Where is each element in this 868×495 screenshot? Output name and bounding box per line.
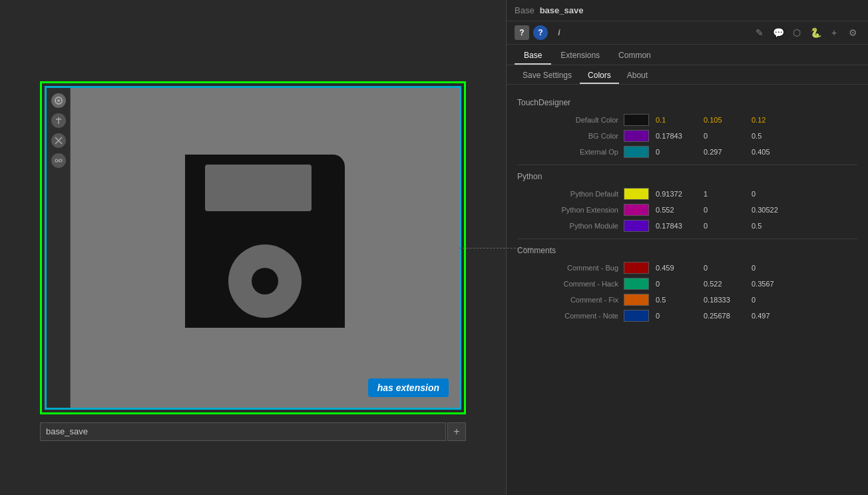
panel-content: TouchDesigner Default Color 0.1 0.105 0.… [507,85,868,495]
color-row-comment-hack: Comment - Hack 0 0.522 0.3567 [517,278,857,290]
color-row-external-op: External Op 0 0.297 0.405 [517,146,857,158]
color-values-comment-hack: 0 0.522 0.3567 [650,280,794,288]
color-row-python-module: Python Module 0.17843 0 0.5 [517,220,857,232]
layers-icon[interactable]: ⬡ [789,25,804,40]
color-val-ch-3: 0.3567 [746,280,794,288]
color-val-bg-1: 0.17843 [650,132,698,140]
color-label-external-op: External Op [517,148,624,156]
color-val-cf-3: 0 [746,296,794,304]
color-val-pe-1: 0.552 [650,206,698,214]
node-label-plus-button[interactable]: + [447,422,466,441]
panel-icons-bar: ? ? i ✎ 💬 ⬡ 🐍 + ⚙ [507,21,868,45]
color-row-comment-note: Comment - Note 0 0.25678 0.497 [517,310,857,322]
color-val-default-2: 0.105 [698,116,746,124]
python-icon[interactable]: 🐍 [808,25,823,40]
node-container: has extension [40,81,466,414]
node-sidebar [47,88,71,408]
color-label-bg: BG Color [517,132,624,140]
panel-title-name: base_save [540,5,584,15]
sidebar-icon-camera[interactable] [51,93,66,108]
subtabs-row: Save Settings Colors About [507,65,868,85]
panel-title-type: Base [515,5,535,15]
color-row-bg: BG Color 0.17843 0 0.5 [517,130,857,142]
color-swatch-comment-fix[interactable] [624,294,649,306]
color-swatch-comment-hack[interactable] [624,278,649,290]
color-val-pm-1: 0.17843 [650,222,698,230]
color-val-pm-2: 0 [698,222,746,230]
connector-line [459,248,533,248]
svg-rect-11 [205,165,312,211]
color-val-cb-1: 0.459 [650,264,698,272]
sidebar-icon-pin[interactable] [51,113,66,128]
color-row-comment-bug: Comment - Bug 0.459 0 0 [517,262,857,274]
sidebar-icon-close[interactable] [51,133,66,148]
color-label-comment-hack: Comment - Hack [517,280,624,288]
comment-icon[interactable]: 💬 [771,25,785,40]
subtab-colors[interactable]: Colors [580,68,619,84]
color-val-pd-2: 1 [698,190,746,198]
color-values-bg: 0.17843 0 0.5 [650,132,794,140]
color-swatch-bg[interactable] [624,130,649,142]
color-values-python-default: 0.91372 1 0 [650,190,794,198]
color-swatch-comment-note[interactable] [624,310,649,322]
color-label-python-module: Python Module [517,222,624,230]
color-values-python-module: 0.17843 0 0.5 [650,222,794,230]
color-val-pd-3: 0 [746,190,794,198]
section-comments: Comments [517,246,857,255]
color-val-cf-1: 0.5 [650,296,698,304]
section-python: Python [517,172,857,181]
subtab-save-settings[interactable]: Save Settings [515,68,580,84]
color-swatch-python-module[interactable] [624,220,649,232]
edit-icon[interactable]: ✎ [752,25,767,40]
color-swatch-default[interactable] [624,114,649,126]
node-label-text: base_save [46,426,88,436]
settings-icon[interactable]: ⚙ [845,25,860,40]
info-icon[interactable]: i [552,25,566,40]
color-label-default: Default Color [517,116,624,124]
svg-point-1 [57,99,60,102]
color-values-default: 0.1 0.105 0.12 [650,116,794,124]
help-icon[interactable]: ? [515,25,529,40]
divider-2 [517,239,857,239]
color-swatch-python-default[interactable] [624,188,649,200]
color-val-cb-2: 0 [698,264,746,272]
svg-point-13 [252,268,278,294]
subtab-about[interactable]: About [619,68,656,84]
node-content: has extension [71,88,459,408]
color-val-ext-2: 0.297 [698,148,746,156]
svg-point-6 [55,159,58,162]
divider-1 [517,165,857,165]
color-swatch-comment-bug[interactable] [624,262,649,274]
color-val-cf-2: 0.18333 [698,296,746,304]
right-panel: Base base_save ? ? i ✎ 💬 ⬡ 🐍 + ⚙ Base Ex… [506,0,868,495]
color-swatch-external-op[interactable] [624,146,649,158]
color-val-pe-3: 0.30522 [746,206,794,214]
color-val-pd-1: 0.91372 [650,190,698,198]
color-val-default-3: 0.12 [746,116,794,124]
main-tabs-row: Base Extensions Common [507,45,868,65]
color-val-bg-3: 0.5 [746,132,794,140]
color-values-comment-note: 0 0.25678 0.497 [650,312,794,320]
tab-common[interactable]: Common [609,47,660,65]
sidebar-icon-node[interactable] [51,153,66,168]
plus-icon[interactable]: + [827,25,841,40]
color-label-comment-bug: Comment - Bug [517,264,624,272]
has-extension-badge: has extension [368,378,449,397]
color-val-default-1: 0.1 [650,116,698,124]
color-val-cn-1: 0 [650,312,698,320]
color-swatch-python-extension[interactable] [624,204,649,216]
color-label-python-default: Python Default [517,190,624,198]
tab-base[interactable]: Base [515,47,551,65]
color-row-comment-fix: Comment - Fix 0.5 0.18333 0 [517,294,857,306]
help2-icon[interactable]: ? [533,25,548,40]
color-row-python-default: Python Default 0.91372 1 0 [517,188,857,200]
color-values-comment-fix: 0.5 0.18333 0 [650,296,794,304]
section-touchdesigner: TouchDesigner [517,98,857,107]
node-inner: has extension [45,86,461,410]
tab-extensions[interactable]: Extensions [551,47,609,65]
color-label-python-extension: Python Extension [517,206,624,214]
color-values-external-op: 0 0.297 0.405 [650,148,794,156]
color-val-cn-3: 0.497 [746,312,794,320]
color-val-pe-2: 0 [698,206,746,214]
color-val-ch-1: 0 [650,280,698,288]
